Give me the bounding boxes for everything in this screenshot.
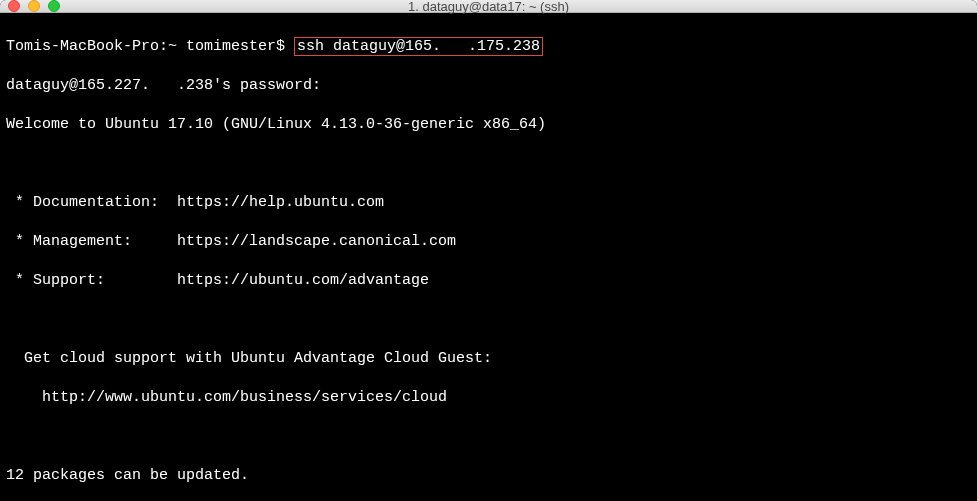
terminal-line: Welcome to Ubuntu 17.10 (GNU/Linux 4.13.… xyxy=(6,115,971,135)
window-title: 1. dataguy@data17: ~ (ssh) xyxy=(0,0,977,14)
terminal-line xyxy=(6,427,971,447)
terminal-line: Get cloud support with Ubuntu Advantage … xyxy=(6,349,971,369)
terminal-content[interactable]: Tomis-MacBook-Pro:~ tomimester$ ssh data… xyxy=(0,13,977,501)
terminal-line: http://www.ubuntu.com/business/services/… xyxy=(6,388,971,408)
terminal-line: dataguy@165.227. .238's password: xyxy=(6,76,971,96)
traffic-lights xyxy=(0,0,60,12)
highlighted-command: ssh dataguy@165. .175.238 xyxy=(294,37,543,56)
terminal-line: Tomis-MacBook-Pro:~ tomimester$ ssh data… xyxy=(6,37,971,57)
close-icon[interactable] xyxy=(8,0,20,12)
terminal-window: 1. dataguy@data17: ~ (ssh) Tomis-MacBook… xyxy=(0,0,977,501)
local-prompt: Tomis-MacBook-Pro:~ tomimester$ xyxy=(6,38,294,55)
terminal-line: * Support: https://ubuntu.com/advantage xyxy=(6,271,971,291)
terminal-line: 12 packages can be updated. xyxy=(6,466,971,486)
minimize-icon[interactable] xyxy=(28,0,40,12)
terminal-line: * Documentation: https://help.ubuntu.com xyxy=(6,193,971,213)
terminal-line xyxy=(6,310,971,330)
titlebar[interactable]: 1. dataguy@data17: ~ (ssh) xyxy=(0,0,977,13)
terminal-line xyxy=(6,154,971,174)
terminal-line: * Management: https://landscape.canonica… xyxy=(6,232,971,252)
maximize-icon[interactable] xyxy=(48,0,60,12)
